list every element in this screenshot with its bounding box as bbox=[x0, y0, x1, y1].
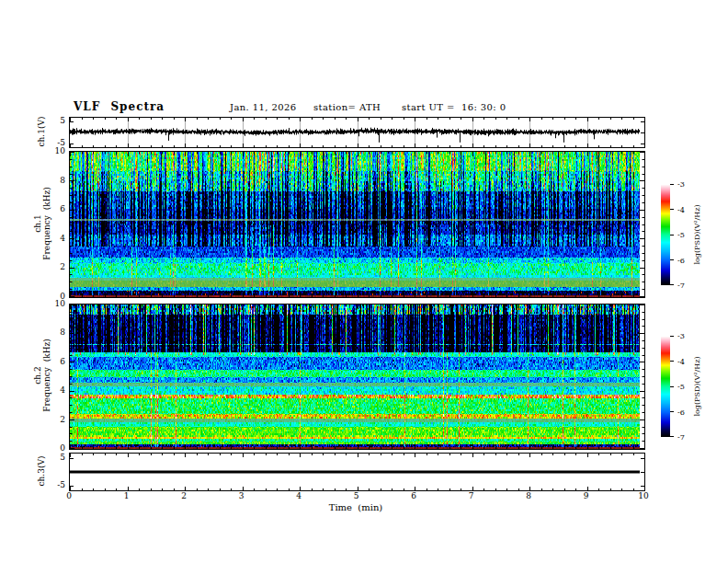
x-tick-label: 1 bbox=[116, 491, 138, 501]
x-tick-label: 3 bbox=[231, 491, 253, 501]
x-tick-label: 4 bbox=[288, 491, 310, 501]
y-tick-label-spec2: 8 bbox=[45, 327, 65, 338]
colorbar2-tick-label: -5 bbox=[677, 383, 696, 392]
x-tick-label: 5 bbox=[346, 491, 368, 501]
x-tick-label: 0 bbox=[58, 491, 80, 501]
colorbar1-tick-label: -7 bbox=[677, 282, 696, 291]
y-tick-label-wave: 5 bbox=[45, 116, 65, 126]
colorbar2-tick-label: -7 bbox=[677, 433, 696, 442]
ch1-spectrogram-panel bbox=[69, 151, 645, 298]
colorbar1-tick-label: -4 bbox=[677, 206, 696, 215]
y-tick-label-spec1: 0 bbox=[45, 292, 65, 302]
y-tick-label-spec1: 2 bbox=[45, 262, 65, 272]
x-tick-label: 10 bbox=[632, 491, 654, 501]
colorbar1-tick-label: -5 bbox=[677, 231, 696, 240]
x-tick-label: 2 bbox=[173, 491, 195, 501]
ch1-waveform-panel bbox=[69, 117, 645, 148]
colorbar2-tick-label: -4 bbox=[677, 358, 696, 367]
ch3-waveform-panel bbox=[69, 453, 645, 491]
station-label: station= ATH bbox=[313, 102, 381, 112]
colorbar-ch2 bbox=[661, 336, 676, 437]
ch1-frequency-axis-label: ch.1 Frequency (kHz) bbox=[33, 187, 51, 259]
colorbar-ch1 bbox=[661, 184, 676, 285]
colorbar1-tick-label: -3 bbox=[677, 180, 696, 190]
y-tick-label-ch3: -5 bbox=[45, 480, 65, 490]
x-tick-label: 6 bbox=[403, 491, 425, 501]
date-label: Jan. 11, 2026 bbox=[230, 102, 297, 112]
colorbar2-tick-label: -6 bbox=[677, 408, 696, 418]
start-time-label: start UT = 16: 30: 0 bbox=[402, 102, 506, 112]
y-tick-label-spec1: 4 bbox=[45, 234, 65, 244]
y-tick-label-spec1: 6 bbox=[45, 204, 65, 214]
x-tick-label: 9 bbox=[575, 491, 597, 501]
x-tick-label: 8 bbox=[518, 491, 540, 501]
time-axis-label: Time (min) bbox=[264, 502, 448, 512]
ch2-spectrogram-panel bbox=[69, 304, 645, 450]
vlf-spectra-figure: VLF Spectra Jan. 11, 2026 station= ATH s… bbox=[0, 0, 728, 563]
colorbar2-tick-label: -3 bbox=[677, 332, 696, 341]
y-tick-label-spec2: 2 bbox=[45, 415, 65, 425]
y-tick-label-ch3: 5 bbox=[45, 453, 65, 463]
y-tick-label-spec1: 8 bbox=[45, 176, 65, 186]
y-tick-label-wave: -5 bbox=[45, 138, 65, 148]
figure-title: VLF Spectra bbox=[74, 100, 165, 113]
ch2-frequency-axis-label: ch.2 Frequency (kHz) bbox=[33, 339, 51, 411]
y-tick-label-spec2: 6 bbox=[45, 357, 65, 367]
x-tick-label: 7 bbox=[461, 491, 483, 501]
y-tick-label-spec2: 4 bbox=[45, 385, 65, 396]
colorbar1-tick-label: -6 bbox=[677, 257, 696, 266]
